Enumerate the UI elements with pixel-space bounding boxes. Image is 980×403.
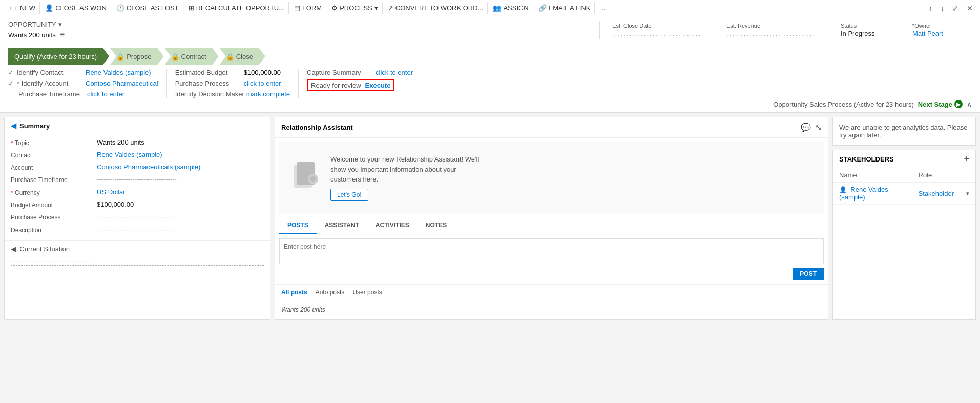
header-left: OPPORTUNITY ▾ Wants 200 units ≡ <box>8 21 591 39</box>
process-col2: Estimated Budget $100,000.00 Purchase Pr… <box>166 69 298 98</box>
recalculate-button[interactable]: ⊞ RECALCULATE OPPORTU... <box>184 2 289 14</box>
assign-icon: 👥 <box>493 4 501 12</box>
identify-account-check: ✓ <box>8 79 14 87</box>
purchase-process-value[interactable]: click to enter <box>244 79 281 87</box>
est-revenue-label: Est. Revenue <box>726 23 816 29</box>
menu-icon[interactable]: ≡ <box>60 30 65 39</box>
current-situation-value[interactable]: ------------------------------------ <box>11 257 264 266</box>
close-as-lost-button[interactable]: 🕐 CLOSE AS LOST <box>112 2 183 14</box>
current-situation-section: ◀ Current Situation --------------------… <box>5 240 270 270</box>
identify-decision-maker-value[interactable]: mark complete <box>246 90 290 98</box>
stage-propose[interactable]: 🔒 Propose <box>110 48 163 65</box>
tab-assistant[interactable]: ASSISTANT <box>317 217 367 234</box>
close-lock-icon: 🔒 <box>226 53 234 61</box>
tab-notes[interactable]: NOTES <box>418 217 455 234</box>
close-as-won-button[interactable]: 👤 CLOSE AS WON <box>41 2 111 14</box>
new-button[interactable]: + + NEW <box>4 2 40 14</box>
post-btn-row: POST <box>279 268 824 280</box>
ready-for-review-label: Ready for review <box>311 82 361 89</box>
purchase-timeframe-form-value[interactable]: ------------------------------------ <box>97 175 264 184</box>
stakeholder-role[interactable]: Stakeholder <box>919 190 954 197</box>
relationship-icon <box>291 159 322 196</box>
assign-label: ASSIGN <box>503 4 528 12</box>
budget-amount-label: Budget Amount <box>11 200 93 209</box>
stakeholder-dropdown-cell[interactable]: ▾ <box>960 183 975 205</box>
tab-posts[interactable]: POSTS <box>279 217 317 234</box>
chat-icon-button[interactable]: 💬 <box>801 123 811 132</box>
current-situation-toggle[interactable]: ◀ <box>11 245 16 253</box>
header-fields: Est. Close Date ........................… <box>599 21 972 39</box>
collapse-process-button[interactable]: ∧ <box>967 100 972 108</box>
process-stage-text: Opportunity Sales Process (Active for 23… <box>773 100 914 108</box>
owner-value[interactable]: Matt Peart <box>912 30 960 37</box>
stakeholder-role-dropdown[interactable]: ▾ <box>966 190 969 196</box>
contact-value[interactable]: Rene Valdes (sample) <box>97 151 264 158</box>
expand-panel-button[interactable]: ⤡ <box>815 123 822 132</box>
new-label: + NEW <box>14 4 36 12</box>
form-button[interactable]: ▤ FORM <box>290 2 326 14</box>
next-stage-button[interactable]: Next Stage ▶ <box>918 100 963 108</box>
welcome-content: Welcome to your new Relationship Assista… <box>330 154 484 201</box>
filter-auto-posts[interactable]: Auto posts <box>316 289 345 296</box>
description-value[interactable]: ------------------------------------ <box>97 226 264 234</box>
post-button[interactable]: POST <box>793 268 824 280</box>
stage-close[interactable]: 🔒 Close <box>220 48 265 65</box>
purchase-process-form-value[interactable]: ------------------------------------ <box>97 213 264 221</box>
name-sort-icon: ↑ <box>859 173 861 178</box>
more-label: ... <box>600 4 606 12</box>
name-column-header[interactable]: Name ↑ <box>833 168 912 183</box>
email-button[interactable]: 🔗 EMAIL A LINK <box>534 2 595 14</box>
stage-close-label: Close <box>236 53 253 61</box>
more-button[interactable]: ... <box>596 2 610 14</box>
expand-button[interactable]: ⤢ <box>949 2 962 14</box>
email-icon: 🔗 <box>538 4 547 12</box>
identify-contact-value[interactable]: Rene Valdes (sample) <box>86 69 151 76</box>
stage-qualify[interactable]: Qualify (Active for 23 hours) <box>8 48 109 65</box>
convert-button[interactable]: ↗ CONVERT TO WORK ORD... <box>384 2 488 14</box>
proc-estimated-budget: Estimated Budget $100,000.00 <box>175 69 290 76</box>
main-content: ◀ Summary Topic Wants 200 units Contact … <box>0 113 980 324</box>
process-col1: ✓ Identify Contact Rene Valdes (sample) … <box>8 69 166 98</box>
account-value[interactable]: Contoso Pharmaceuticals (sample) <box>97 163 264 171</box>
tab-activities[interactable]: ACTIVITIES <box>367 217 418 234</box>
stage-contract[interactable]: 🔒 Contract <box>165 48 219 65</box>
scroll-down-button[interactable]: ↓ <box>937 2 947 14</box>
est-revenue-value[interactable]: ............................... <box>726 30 816 37</box>
execute-highlight-box: Ready for review Execute <box>307 79 394 91</box>
topic-label: Topic <box>11 138 93 147</box>
entity-dropdown-icon[interactable]: ▾ <box>58 21 62 28</box>
execute-button[interactable]: Execute <box>365 82 391 89</box>
est-close-date-label: Est. Close Date <box>612 23 701 29</box>
identify-account-value[interactable]: Contoso Pharmaceutical <box>86 79 158 87</box>
status-badge: In Progress <box>841 30 887 37</box>
currency-value[interactable]: US Dollar <box>97 188 264 196</box>
header-est-revenue: Est. Revenue ...........................… <box>714 21 828 39</box>
filter-user-posts[interactable]: User posts <box>352 289 382 296</box>
scroll-up-button[interactable]: ↑ <box>926 2 935 14</box>
close-button[interactable]: ✕ <box>964 2 976 14</box>
est-close-date-value[interactable]: ............................... <box>612 30 701 37</box>
post-input[interactable] <box>279 238 824 264</box>
role-column-header[interactable]: Role <box>912 168 960 183</box>
assign-button[interactable]: 👥 ASSIGN <box>489 2 533 14</box>
relationship-assistant-title: Relationship Assistant <box>281 124 353 131</box>
process-label: PROCESS <box>340 4 372 12</box>
entity-label: OPPORTUNITY ▾ <box>8 21 591 28</box>
filter-all-posts[interactable]: All posts <box>281 289 307 296</box>
proc-identify-decision-maker: Identify Decision Maker mark complete <box>175 90 290 98</box>
summary-toggle-icon[interactable]: ◀ <box>11 122 16 130</box>
estimated-budget-value: $100,000.00 <box>244 69 281 76</box>
add-stakeholder-button[interactable]: + <box>964 154 969 164</box>
proc-capture-summary: Capture Summary click to enter <box>307 69 413 76</box>
budget-amount-value: $100,000.00 <box>97 200 264 208</box>
capture-summary-value[interactable]: click to enter <box>376 69 413 76</box>
current-situation-label: ◀ Current Situation <box>5 241 270 257</box>
topic-value[interactable]: Wants 200 units <box>97 138 264 146</box>
lets-go-button[interactable]: Let's Go! <box>330 189 368 201</box>
next-stage-label: Next Stage <box>918 100 952 108</box>
purchase-timeframe-value[interactable]: click to enter <box>87 90 124 98</box>
stakeholder-role-cell: Stakeholder <box>912 183 960 205</box>
process-button[interactable]: ⚙ PROCESS ▾ <box>327 2 383 14</box>
header-owner: *Owner Matt Peart <box>900 21 972 39</box>
page-title: Wants 200 units <box>8 31 56 39</box>
